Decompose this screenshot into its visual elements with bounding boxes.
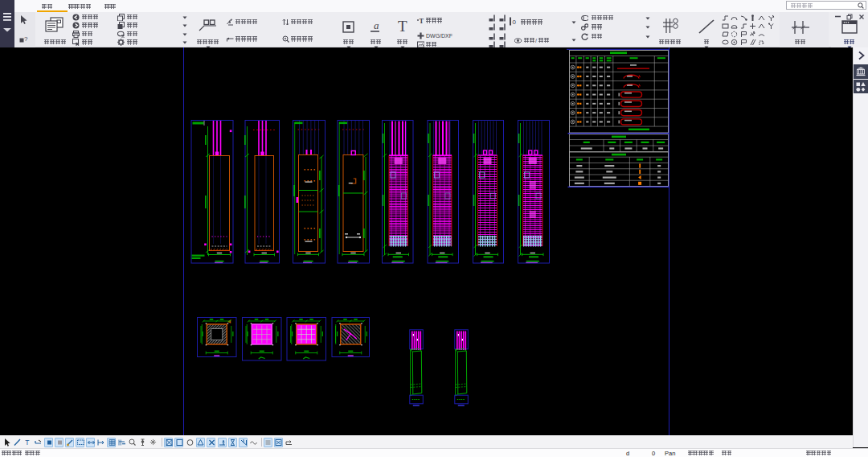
svg-text:T: T bbox=[398, 19, 407, 34]
svg-text:T: T bbox=[25, 438, 29, 447]
svg-text:a: a bbox=[374, 19, 379, 31]
svg-text:T: T bbox=[420, 17, 424, 24]
svg-text:0: 0 bbox=[513, 19, 517, 26]
svg-text:?: ? bbox=[24, 35, 28, 43]
